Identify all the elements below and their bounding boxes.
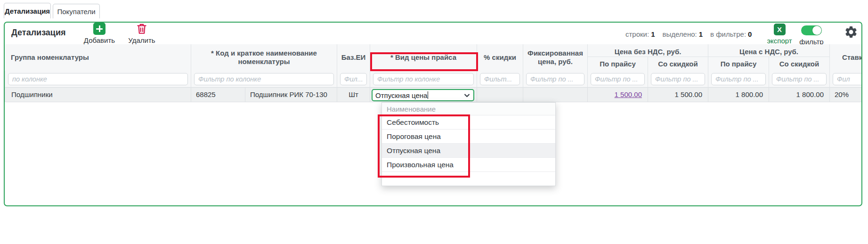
selected-stat: выделено:1 <box>663 30 703 38</box>
excel-icon: X <box>774 24 786 35</box>
filter-cell-base-unit <box>337 71 370 88</box>
price-type-select[interactable]: Отпускная цена <box>372 89 474 101</box>
filter-cell-no-vat-with-discount <box>648 71 708 88</box>
filter-input-no-vat-with-discount[interactable] <box>651 73 705 85</box>
column-header-discount[interactable]: % скидки <box>477 44 523 71</box>
price-type-dropdown: Наименование Себестоимость Пороговая цен… <box>381 102 556 186</box>
filter-cell-fixed-price <box>523 71 587 88</box>
filter-input-price-type[interactable] <box>373 73 474 85</box>
cell-fixed-price-empty <box>523 88 587 102</box>
export-button-label: экспорт <box>767 37 792 45</box>
filter-input-code-name[interactable] <box>194 73 334 85</box>
add-button-label: Добавить <box>84 36 115 44</box>
tab-detalization[interactable]: Детализация <box>4 3 51 18</box>
column-header-price-type[interactable]: * Вид цены прайса <box>370 44 477 71</box>
filter-cell-price-type <box>370 71 477 88</box>
toggle-on-icon <box>801 25 822 35</box>
cell-group: Подшипники <box>5 88 191 102</box>
dropdown-option-arbitrary-price[interactable]: Произвольная цена <box>382 158 555 172</box>
column-header-group[interactable]: Группа номенклатуры <box>5 44 191 71</box>
column-header-code-name[interactable]: * Код и краткое наименование номенклатур… <box>191 44 337 71</box>
cell-name: Подшипник РИК 70-130 <box>245 88 337 102</box>
filter-input-discount[interactable] <box>480 73 520 85</box>
filter-cell-code-name <box>191 71 337 88</box>
plus-icon <box>93 23 105 35</box>
filter-cell-vat-by-price <box>708 71 769 88</box>
filter-input-group[interactable] <box>8 73 188 85</box>
cell-vat-rate: 20% <box>829 88 861 102</box>
column-header-vat-by-price[interactable]: По прайсу <box>708 57 769 71</box>
filter-input-no-vat-by-price[interactable] <box>591 73 645 85</box>
filter-input-base-unit[interactable] <box>340 73 367 85</box>
filter-cell-group <box>5 71 191 88</box>
panel-title: Детализация <box>11 28 66 38</box>
filter-input-fixed-price[interactable] <box>526 73 584 85</box>
column-group-price-no-vat: Цена без НДС, руб. <box>587 44 708 57</box>
filter-cell-discount <box>477 71 523 88</box>
screenshot-root: Детализация Покупатели Детализация Добав… <box>0 0 868 244</box>
column-group-price-with-vat: Цена с НДС, руб. <box>708 44 829 57</box>
column-header-base-unit[interactable]: Баз.ЕИ <box>337 44 370 71</box>
grid-stats: строки:1 выделено:1 в фильтре:0 <box>625 30 752 38</box>
cell-no-vat-with-discount: 1 500.00 <box>648 88 708 102</box>
column-header-vat-rate[interactable]: Ставка НДС <box>829 44 861 71</box>
in-filter-count: 0 <box>748 30 752 38</box>
gear-icon <box>844 25 858 39</box>
filter-input-vat-by-price[interactable] <box>711 73 766 85</box>
trash-icon <box>136 23 148 35</box>
text-cursor <box>428 91 428 99</box>
dropdown-option-threshold-price[interactable]: Пороговая цена <box>382 130 555 144</box>
price-link[interactable]: 1 500.00 <box>615 90 642 98</box>
dropdown-column-header: Наименование <box>382 103 555 115</box>
column-header-no-vat-by-price[interactable]: По прайсу <box>587 57 648 71</box>
in-filter-stat: в фильтре:0 <box>710 30 752 38</box>
price-type-select-value: Отпускная цена <box>375 91 427 99</box>
rows-stat: строки:1 <box>625 30 655 38</box>
tab-buyers-label: Покупатели <box>57 8 95 16</box>
delete-button-label: Удалить <box>128 36 155 44</box>
filter-cell-no-vat-by-price <box>587 71 648 88</box>
cell-code: 68825 <box>191 88 245 102</box>
toggle-knob <box>812 26 821 35</box>
chevron-down-icon <box>463 92 471 99</box>
rows-count: 1 <box>651 30 655 38</box>
filter-input-vat-rate[interactable] <box>833 73 861 85</box>
settings-button[interactable] <box>844 25 858 39</box>
cell-discount-empty <box>477 88 523 102</box>
cell-vat-with-discount: 1 800.00 <box>769 88 829 102</box>
dropdown-option-release-price[interactable]: Отпускная цена <box>382 144 555 158</box>
column-header-no-vat-with-discount[interactable]: Со скидкой <box>648 57 708 71</box>
cell-base-unit: Шт <box>337 88 370 102</box>
selected-count: 1 <box>699 30 703 38</box>
tab-detalization-label: Детализация <box>5 7 50 15</box>
filter-cell-vat-rate <box>829 71 861 88</box>
delete-button[interactable]: Удалить <box>121 23 163 44</box>
filter-input-vat-with-discount[interactable] <box>772 73 827 85</box>
export-button[interactable]: X экспорт <box>765 24 794 45</box>
cell-vat-by-price: 1 800.00 <box>708 88 769 102</box>
filter-toggle[interactable]: фильтр <box>797 25 826 46</box>
add-button[interactable]: Добавить <box>78 23 121 44</box>
cell-no-vat-by-price: 1 500.00 <box>587 88 648 102</box>
tab-buyers[interactable]: Покупатели <box>53 4 100 18</box>
column-header-vat-with-discount[interactable]: Со скидкой <box>769 57 829 71</box>
dropdown-option-cost-price[interactable]: Себестоимость <box>382 115 555 130</box>
column-header-fixed-price[interactable]: Фиксированная цена, руб. <box>523 44 587 71</box>
filter-cell-vat-with-discount <box>769 71 829 88</box>
